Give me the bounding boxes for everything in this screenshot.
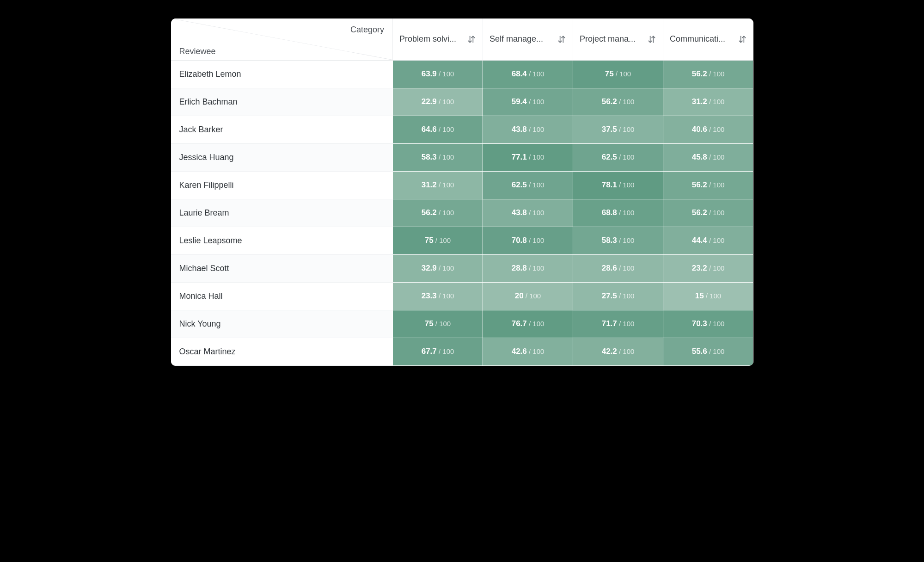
reviewee-name-cell[interactable]: Monica Hall — [171, 282, 393, 310]
score-value: 68.8 — [602, 208, 617, 217]
score-cell[interactable]: 59.4 / 100 — [483, 88, 573, 116]
score-value: 44.4 — [692, 236, 707, 245]
score-cell[interactable]: 56.2 / 100 — [663, 199, 753, 227]
score-max: / 100 — [527, 320, 545, 327]
score-value: 56.2 — [692, 69, 707, 78]
score-max: / 100 — [527, 209, 545, 216]
score-cell[interactable]: 63.9 / 100 — [393, 60, 483, 88]
score-cell[interactable]: 62.5 / 100 — [573, 143, 663, 171]
score-value: 43.8 — [512, 208, 527, 217]
score-max: / 100 — [707, 264, 725, 272]
column-header-project_management[interactable]: Project mana... — [573, 19, 663, 60]
score-cell[interactable]: 27.5 / 100 — [573, 282, 663, 310]
reviewee-name-cell[interactable]: Leslie Leapsome — [171, 227, 393, 254]
score-cell[interactable]: 78.1 / 100 — [573, 171, 663, 199]
score-cell[interactable]: 23.2 / 100 — [663, 254, 753, 282]
score-cell[interactable]: 23.3 / 100 — [393, 282, 483, 310]
score-value: 45.8 — [692, 153, 707, 161]
score-cell[interactable]: 44.4 / 100 — [663, 227, 753, 254]
score-max: / 100 — [704, 292, 722, 300]
score-value: 75 — [425, 236, 434, 245]
score-max: / 100 — [617, 264, 635, 272]
column-header-self_management[interactable]: Self manage... — [483, 19, 573, 60]
table-body: Elizabeth Lemon63.9 / 10068.4 / 10075 / … — [171, 60, 753, 365]
score-cell[interactable]: 43.8 / 100 — [483, 116, 573, 143]
score-value: 56.2 — [692, 208, 707, 217]
score-max: / 100 — [527, 264, 545, 272]
sort-icon[interactable] — [647, 35, 656, 44]
score-cell[interactable]: 42.6 / 100 — [483, 338, 573, 365]
sort-icon[interactable] — [738, 35, 747, 44]
score-cell[interactable]: 37.5 / 100 — [573, 116, 663, 143]
sort-icon[interactable] — [557, 35, 566, 44]
column-header-communication[interactable]: Communicati... — [663, 19, 753, 60]
score-value: 59.4 — [512, 97, 527, 106]
score-value: 23.2 — [692, 264, 707, 272]
score-cell[interactable]: 31.2 / 100 — [663, 88, 753, 116]
score-cell[interactable]: 70.3 / 100 — [663, 310, 753, 338]
score-max: / 100 — [527, 70, 545, 78]
score-value: 70.3 — [692, 319, 707, 328]
column-header-label: Problem solvi... — [399, 34, 456, 44]
score-cell[interactable]: 68.8 / 100 — [573, 199, 663, 227]
score-cell[interactable]: 45.8 / 100 — [663, 143, 753, 171]
table-row: Elizabeth Lemon63.9 / 10068.4 / 10075 / … — [171, 60, 753, 88]
score-max: / 100 — [524, 292, 541, 300]
score-cell[interactable]: 22.9 / 100 — [393, 88, 483, 116]
reviewee-name-cell[interactable]: Elizabeth Lemon — [171, 60, 393, 88]
score-max: / 100 — [437, 292, 454, 300]
reviewee-name-cell[interactable]: Laurie Bream — [171, 199, 393, 227]
score-value: 62.5 — [512, 180, 527, 189]
score-cell[interactable]: 62.5 / 100 — [483, 171, 573, 199]
sort-icon[interactable] — [467, 35, 476, 44]
score-cell[interactable]: 76.7 / 100 — [483, 310, 573, 338]
table-row: Karen Filippelli31.2 / 10062.5 / 10078.1… — [171, 171, 753, 199]
score-cell[interactable]: 20 / 100 — [483, 282, 573, 310]
score-cell[interactable]: 75 / 100 — [393, 227, 483, 254]
score-max: / 100 — [707, 125, 725, 133]
reviewee-name-cell[interactable]: Oscar Martinez — [171, 338, 393, 365]
score-cell[interactable]: 56.2 / 100 — [663, 171, 753, 199]
score-cell[interactable]: 43.8 / 100 — [483, 199, 573, 227]
score-cell[interactable]: 56.2 / 100 — [573, 88, 663, 116]
score-cell[interactable]: 40.6 / 100 — [663, 116, 753, 143]
reviewee-name-cell[interactable]: Jack Barker — [171, 116, 393, 143]
score-cell[interactable]: 71.7 / 100 — [573, 310, 663, 338]
score-value: 58.3 — [602, 236, 617, 245]
reviewee-name-cell[interactable]: Nick Young — [171, 310, 393, 338]
score-cell[interactable]: 15 / 100 — [663, 282, 753, 310]
score-cell[interactable]: 55.6 / 100 — [663, 338, 753, 365]
score-value: 22.9 — [422, 97, 437, 106]
score-cell[interactable]: 75 / 100 — [573, 60, 663, 88]
score-cell[interactable]: 32.9 / 100 — [393, 254, 483, 282]
score-cell[interactable]: 42.2 / 100 — [573, 338, 663, 365]
score-max: / 100 — [617, 209, 635, 216]
score-cell[interactable]: 75 / 100 — [393, 310, 483, 338]
reviewee-name-cell[interactable]: Jessica Huang — [171, 143, 393, 171]
score-cell[interactable]: 28.6 / 100 — [573, 254, 663, 282]
column-header-problem_solving[interactable]: Problem solvi... — [393, 19, 483, 60]
score-max: / 100 — [707, 236, 725, 244]
score-cell[interactable]: 56.2 / 100 — [663, 60, 753, 88]
table-row: Nick Young75 / 10076.7 / 10071.7 / 10070… — [171, 310, 753, 338]
corner-header: Category Reviewee — [171, 19, 393, 60]
score-cell[interactable]: 77.1 / 100 — [483, 143, 573, 171]
score-max: / 100 — [617, 236, 635, 244]
table-row: Oscar Martinez67.7 / 10042.6 / 10042.2 /… — [171, 338, 753, 365]
reviewee-name-cell[interactable]: Erlich Bachman — [171, 88, 393, 116]
score-cell[interactable]: 67.7 / 100 — [393, 338, 483, 365]
score-cell[interactable]: 68.4 / 100 — [483, 60, 573, 88]
score-max: / 100 — [527, 236, 545, 244]
score-cell[interactable]: 31.2 / 100 — [393, 171, 483, 199]
score-max: / 100 — [437, 347, 454, 355]
score-value: 76.7 — [512, 319, 527, 328]
score-value: 75 — [425, 319, 434, 328]
score-cell[interactable]: 64.6 / 100 — [393, 116, 483, 143]
score-cell[interactable]: 28.8 / 100 — [483, 254, 573, 282]
score-cell[interactable]: 70.8 / 100 — [483, 227, 573, 254]
score-cell[interactable]: 58.3 / 100 — [573, 227, 663, 254]
score-cell[interactable]: 56.2 / 100 — [393, 199, 483, 227]
reviewee-name-cell[interactable]: Michael Scott — [171, 254, 393, 282]
score-cell[interactable]: 58.3 / 100 — [393, 143, 483, 171]
reviewee-name-cell[interactable]: Karen Filippelli — [171, 171, 393, 199]
